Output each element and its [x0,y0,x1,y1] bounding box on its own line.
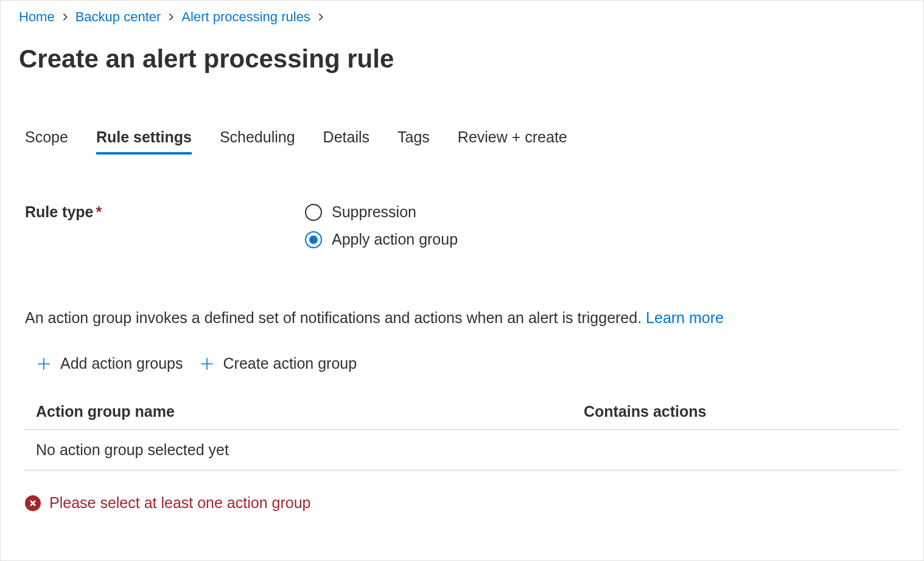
tab-scope[interactable]: Scope [25,128,68,155]
form-section: Rule type* Suppression Apply action grou… [1,155,923,248]
error-text: Please select at least one action group [49,494,310,512]
tab-tags[interactable]: Tags [397,128,430,155]
page-title: Create an alert processing rule [1,30,923,80]
chevron-right-icon [61,13,69,21]
tabs: Scope Rule settings Scheduling Details T… [1,80,923,155]
radio-icon-selected [305,231,322,248]
rule-type-label: Rule type* [25,203,305,221]
rule-type-radio-group: Suppression Apply action group [305,203,458,248]
column-action-group-name: Action group name [36,403,584,420]
error-message: Please select at least one action group [1,471,923,512]
breadcrumb-backup-center[interactable]: Backup center [75,9,161,25]
error-icon [25,495,41,511]
table-row-empty: No action group selected yet [25,430,899,471]
chevron-right-icon [167,13,175,21]
column-contains-actions: Contains actions [584,403,888,420]
radio-suppression-label: Suppression [332,203,416,221]
empty-state-text: No action group selected yet [36,441,229,459]
breadcrumb: Home Backup center Alert processing rule… [1,1,923,30]
breadcrumb-home[interactable]: Home [19,9,55,25]
chevron-right-icon [317,13,325,21]
learn-more-link[interactable]: Learn more [646,309,724,326]
plus-icon [36,356,52,372]
radio-apply-action-group-label: Apply action group [332,231,458,248]
breadcrumb-alert-processing-rules[interactable]: Alert processing rules [181,9,310,25]
tab-scheduling[interactable]: Scheduling [220,128,295,155]
add-action-groups-button[interactable]: Add action groups [36,351,183,376]
radio-apply-action-group[interactable]: Apply action group [305,231,458,248]
create-action-group-label: Create action group [223,355,357,372]
tab-review-create[interactable]: Review + create [458,128,567,155]
add-action-groups-label: Add action groups [60,355,183,372]
action-buttons: Add action groups Create action group [1,327,923,376]
plus-icon [199,356,215,372]
table-header: Action group name Contains actions [25,394,899,430]
radio-icon [305,204,322,221]
action-group-table: Action group name Contains actions No ac… [1,376,923,471]
radio-suppression[interactable]: Suppression [305,203,458,221]
required-marker: * [96,203,102,220]
description-text: An action group invokes a defined set of… [1,248,923,327]
tab-rule-settings[interactable]: Rule settings [96,128,192,155]
tab-details[interactable]: Details [323,128,369,155]
create-action-group-button[interactable]: Create action group [199,351,357,376]
